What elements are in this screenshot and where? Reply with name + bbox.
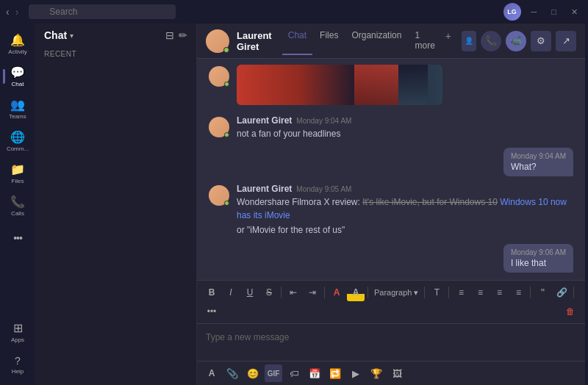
audio-call-btn[interactable]: 📞	[481, 31, 501, 51]
sidebar-chevron-icon[interactable]: ▾	[70, 32, 74, 40]
toolbar-divider	[530, 287, 531, 298]
list-indent-btn[interactable]: ≡	[490, 284, 508, 301]
highlight-btn[interactable]: A	[347, 284, 365, 301]
sidebar-section-recent: Recent	[35, 47, 196, 61]
indent-decrease-btn[interactable]: ⇤	[284, 284, 302, 301]
msg-time: Monday 9:04 AM	[511, 152, 566, 160]
msg-bubble: Monday 9:04 AM What?	[503, 148, 573, 176]
new-chat-icon[interactable]: ✏	[179, 29, 187, 41]
search-wrap: 🔍	[29, 4, 176, 19]
close-btn[interactable]: ✕	[567, 6, 582, 18]
link-btn[interactable]: 🔗	[553, 284, 570, 301]
sidebar-item-more[interactable]: •••	[3, 223, 32, 253]
sidebar-item-calls[interactable]: 📞 Calls	[3, 191, 32, 220]
activity-label: Activity	[8, 48, 26, 55]
sidebar-list	[35, 61, 196, 385]
sidebar-item-communities[interactable]: 🌐 Comm...	[3, 126, 32, 156]
ordered-list-btn[interactable]: ≡	[452, 284, 470, 301]
msg-time: Monday 9:04 AM	[296, 117, 351, 125]
gif-btn[interactable]: GIF	[265, 364, 282, 382]
emoji-btn[interactable]: 😊	[244, 364, 262, 382]
strikethrough-btn[interactable]: S	[260, 284, 278, 301]
compose-bottom-bar: A 📎 😊 GIF 🏷 📅 🔁 ▶ 🏆 🖼	[197, 361, 585, 385]
titlebar-controls: LG ─ □ ✕	[503, 3, 582, 21]
left-nav: 🔔 Activity 💬 Chat 👥 Teams 🌐 Comm... 📁 Fi…	[0, 24, 35, 385]
sidebar-item-files[interactable]: 📁 Files	[3, 159, 32, 188]
indent-increase-btn[interactable]: ⇥	[304, 284, 321, 301]
msg-content: Laurent Giret Monday 9:05 AM Wondershare…	[237, 184, 573, 237]
toolbar-divider	[368, 287, 368, 298]
maximize-btn[interactable]: □	[547, 6, 561, 18]
popout-btn[interactable]: ↗	[556, 31, 576, 51]
compose-toolbar: B I U S ⇤ ⇥ A A Paragraph ▾ T ≡ ≡ ≡ ≡	[197, 281, 585, 324]
files-icon: 📁	[10, 162, 25, 176]
avatar	[209, 66, 229, 87]
status-dot	[224, 82, 229, 87]
chat-area: Laurent Giret Chat Files Organization 1 …	[197, 24, 585, 385]
toolbar-divider	[573, 287, 574, 298]
schedule-btn[interactable]: 📅	[306, 364, 323, 382]
nav-bottom: ⊞ Apps ? Help	[3, 317, 32, 379]
chat-header-name: Laurent Giret	[237, 30, 272, 52]
msg-content	[237, 65, 573, 108]
chat-header-tabs: Chat Files Organization 1 more +	[282, 27, 454, 55]
strikethrough-text: It's like iMovie, but for Windows 10	[362, 197, 498, 207]
tab-chat[interactable]: Chat	[282, 27, 312, 55]
msg-author: Laurent Giret	[237, 115, 292, 126]
msg-time: Monday 9:06 AM	[511, 248, 566, 256]
teams-icon: 👥	[10, 98, 25, 112]
image-btn[interactable]: 🖼	[388, 364, 406, 382]
settings-btn[interactable]: ⚙	[531, 31, 551, 51]
more-toolbar-btn[interactable]: •••	[203, 303, 220, 320]
attach-file-btn[interactable]: 📎	[223, 364, 241, 382]
font-size-btn[interactable]: T	[428, 284, 445, 301]
compose-input-area[interactable]: Type a new message	[197, 324, 585, 361]
delete-btn[interactable]: 🗑	[562, 303, 579, 320]
bullet-list-btn[interactable]: ≡	[471, 284, 489, 301]
more-participants-btn[interactable]: 👤	[462, 31, 476, 51]
sidebar-item-help[interactable]: ? Help	[3, 350, 32, 379]
filter-icon[interactable]: ⊟	[165, 29, 174, 41]
praise-btn[interactable]: 🏆	[368, 364, 385, 382]
list-dec-btn[interactable]: ≡	[509, 284, 527, 301]
msg-time: Monday 9:05 AM	[296, 185, 351, 193]
calls-icon: 📞	[10, 195, 25, 209]
nav-back-btn[interactable]: ‹	[6, 6, 10, 18]
loop-btn[interactable]: 🔁	[326, 364, 344, 382]
chat-header: Laurent Giret Chat Files Organization 1 …	[197, 24, 585, 59]
tab-more[interactable]: 1 more	[409, 27, 440, 55]
underline-btn[interactable]: U	[241, 284, 259, 301]
sidebar-item-activity[interactable]: 🔔 Activity	[3, 29, 32, 59]
stream-btn[interactable]: ▶	[347, 364, 365, 382]
msg-image	[237, 65, 442, 105]
format-text-btn[interactable]: A	[203, 364, 220, 382]
sidebar-item-chat[interactable]: 💬 Chat	[3, 62, 32, 91]
tab-organization[interactable]: Organization	[345, 27, 407, 55]
msg-text: not a fan of your headlines	[237, 127, 573, 140]
sidebar-item-apps[interactable]: ⊞ Apps	[3, 317, 32, 347]
tab-add-btn[interactable]: +	[442, 27, 454, 55]
video-call-btn[interactable]: 📹	[506, 31, 526, 51]
msg-text: What?	[511, 162, 566, 172]
minimize-btn[interactable]: ─	[527, 6, 542, 18]
table-row: Laurent Giret Monday 9:04 AM not a fan o…	[209, 115, 573, 140]
table-row	[209, 65, 573, 108]
activity-icon: 🔔	[10, 33, 25, 47]
nav-forward-btn[interactable]: ›	[15, 6, 19, 18]
status-dot	[224, 132, 229, 137]
messages-area[interactable]: Laurent Giret Monday 9:04 AM not a fan o…	[197, 59, 585, 280]
teams-label: Teams	[9, 113, 26, 120]
paragraph-dropdown[interactable]: Paragraph ▾	[371, 287, 421, 299]
msg-text-2: or "iMovie for the rest of us"	[237, 223, 573, 237]
italic-btn[interactable]: I	[222, 284, 240, 301]
tab-files[interactable]: Files	[314, 27, 344, 55]
sticker-btn[interactable]: 🏷	[285, 364, 303, 382]
toolbar-divider	[448, 287, 449, 298]
font-color-btn[interactable]: A	[328, 284, 345, 301]
quote-btn[interactable]: "	[534, 284, 551, 301]
bold-btn[interactable]: B	[203, 284, 220, 301]
sidebar-item-teams[interactable]: 👥 Teams	[3, 94, 32, 123]
avatar	[209, 117, 229, 137]
search-input[interactable]	[29, 4, 176, 19]
msg-text: I like that	[511, 258, 566, 268]
